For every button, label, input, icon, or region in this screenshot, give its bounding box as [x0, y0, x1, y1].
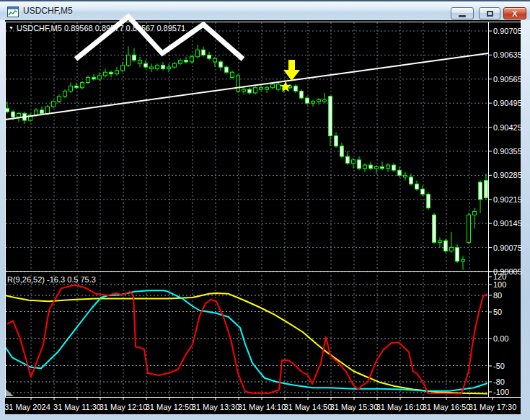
- symbol-ohlc-label: ▼USDCHF,M5 0.89568 0.89577 0.89567 0.895…: [9, 24, 185, 32]
- minimize-button[interactable]: [451, 7, 474, 19]
- minimize-icon: [459, 15, 466, 17]
- window-title: USDCHF,M5: [23, 6, 73, 16]
- maximize-button[interactable]: [479, 7, 500, 19]
- chart-client-area[interactable]: [5, 20, 521, 414]
- symbol-dropdown-icon[interactable]: ▼: [9, 25, 14, 30]
- close-icon: X: [512, 9, 517, 18]
- title-bar[interactable]: USDCHF,M5 X: [0, 0, 530, 20]
- close-button[interactable]: X: [503, 7, 526, 19]
- chart-window-icon[interactable]: [7, 6, 19, 17]
- symbol-name: USDCHF,M5: [17, 24, 62, 32]
- restore-icon: [487, 11, 493, 17]
- chart-window: USDCHF,M5 X ▼USDCHF,M5 0.89568 0.89577 0…: [0, 0, 530, 420]
- indicator-label: R(9,26,52) -16.3 0.5 75.3: [7, 275, 96, 284]
- ohlc-values: 0.89568 0.89577 0.89567 0.89571: [64, 24, 185, 32]
